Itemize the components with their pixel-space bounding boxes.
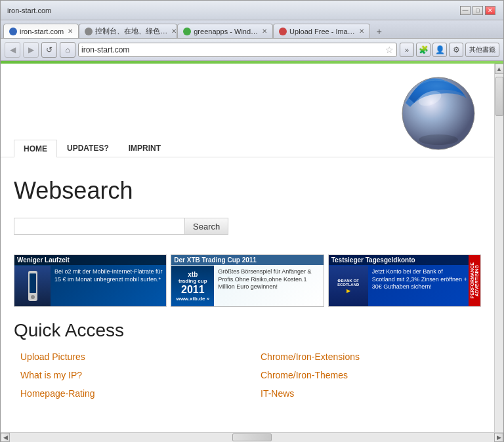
ad-section: Weniger Laufzeit Bei o2 mit der Mobile-I… — [1, 248, 494, 313]
ad-image-xtb: xtb trading cup 2011 www.xtb.de » — [171, 266, 214, 306]
tab-iron-start[interactable]: iron-start.com ✕ — [3, 24, 79, 38]
tab-label-control: 控制台、在地、綠色… — [95, 26, 167, 36]
ad-body-o2: Bei o2 mit der Mobile-Internet-Flatrate … — [14, 266, 166, 306]
refresh-button[interactable]: ↺ — [41, 42, 57, 58]
site-navigation: HOME UPDATES? IMPRINT — [1, 64, 494, 157]
settings-icon[interactable]: ⚙ — [449, 43, 463, 57]
tab-favicon-control — [85, 28, 93, 35]
scroll-up-button[interactable]: ▲ — [495, 64, 504, 74]
tab-favicon-green — [183, 28, 191, 35]
address-input[interactable] — [81, 45, 385, 54]
ad-header-bos: Testsieger Tagesgeldkonto — [329, 255, 469, 265]
minimize-button[interactable]: — — [460, 6, 471, 15]
search-section: Search — [1, 211, 494, 248]
navigation-bar: ◀ ▶ ↺ ⌂ ☆ » 🧩 👤 ⚙ 其他書籤 — [1, 39, 503, 61]
forward-button[interactable]: ▶ — [23, 42, 39, 58]
nav-right-icons: » 🧩 👤 ⚙ 其他書籤 — [400, 43, 499, 57]
search-form: Search — [14, 218, 481, 235]
ad-body-bos: ⊕BANK OF SCOTLAND ▶ Jetzt Konto bei der … — [329, 266, 469, 306]
address-bar-container: ☆ — [78, 43, 397, 57]
bookmark-star-icon[interactable]: ☆ — [385, 45, 394, 55]
quick-links-grid: Upload Pictures Chrome/Iron-Extensions W… — [14, 352, 481, 399]
tab-greenapps[interactable]: greenapps - Wind… ✕ — [177, 24, 273, 38]
ad-body-xtb: xtb trading cup 2011 www.xtb.de » Größte… — [171, 266, 323, 306]
scroll-thumb[interactable] — [495, 77, 503, 116]
quick-link-chrome-extensions[interactable]: Chrome/Iron-Extensions — [261, 352, 474, 362]
tab-favicon-iron — [9, 28, 17, 35]
performance-advertising-label: PERFORMANCE ADVERTISING — [469, 255, 480, 306]
ad-image-bos: ⊕BANK OF SCOTLAND ▶ — [329, 266, 368, 306]
tab-close-iron[interactable]: ✕ — [68, 28, 73, 35]
maximize-button[interactable]: □ — [472, 6, 483, 15]
quick-link-upload-pictures[interactable]: Upload Pictures — [20, 352, 234, 362]
hero-title: Websearch — [14, 177, 133, 205]
bookmarks-bar-label[interactable]: 其他書籤 — [465, 43, 499, 57]
back-button[interactable]: ◀ — [5, 42, 20, 58]
scroll-left-button[interactable]: ◀ — [1, 433, 10, 442]
quick-link-homepage-rating[interactable]: Homepage-Rating — [20, 388, 234, 399]
hero-section: Websearch — [1, 157, 494, 211]
h-scroll-thumb[interactable] — [232, 433, 272, 441]
user-icon[interactable]: 👤 — [432, 43, 447, 57]
home-button[interactable]: ⌂ — [60, 42, 75, 58]
quick-link-it-news[interactable]: IT-News — [261, 388, 474, 399]
scroll-track — [10, 433, 494, 442]
extensions-icon[interactable]: 🧩 — [416, 43, 430, 57]
nav-updates[interactable]: UPDATES? — [57, 139, 119, 157]
svg-point-5 — [31, 295, 35, 299]
ad-text-o2: Bei o2 mit der Mobile-Internet-Flatrate … — [53, 266, 166, 306]
close-button[interactable]: ✕ — [485, 6, 495, 15]
more-tools-button[interactable]: » — [400, 43, 414, 57]
window-title: iron-start.com — [5, 7, 460, 14]
scroll-right-button[interactable]: ▶ — [494, 433, 503, 442]
tab-label-iron: iron-start.com — [20, 28, 64, 35]
tab-close-upload[interactable]: ✕ — [359, 28, 364, 35]
tab-label-upload: Upload Free - Ima… — [289, 28, 355, 35]
svg-rect-4 — [30, 273, 36, 293]
ad-text-bos: Jetzt Konto bei der Bank of Scotland mit… — [371, 266, 469, 306]
ad-header-xtb: Der XTB Trading Cup 2011 — [171, 255, 323, 265]
tab-bar: iron-start.com ✕ 控制台、在地、綠色… ✕ greenapps … — [1, 20, 503, 39]
page-content: HOME UPDATES? IMPRINT — [1, 64, 503, 432]
tab-close-control[interactable]: ✕ — [171, 28, 177, 35]
quick-access-title: Quick Access — [14, 320, 481, 341]
tab-label-green: greenapps - Wind… — [194, 28, 258, 35]
horizontal-scrollbar: ◀ ▶ — [1, 432, 503, 441]
quick-link-chrome-themes[interactable]: Chrome/Iron-Themes — [261, 370, 474, 380]
quick-access-section: Quick Access Upload Pictures Chrome/Iron… — [1, 313, 494, 412]
tab-control[interactable]: 控制台、在地、綠色… ✕ — [79, 24, 177, 38]
tab-close-green[interactable]: ✕ — [262, 28, 267, 35]
ad-text-xtb: Größtes Börsenspiel für Anfänger & Profi… — [217, 266, 323, 306]
nav-home[interactable]: HOME — [14, 140, 57, 157]
ad-banner-o2[interactable]: Weniger Laufzeit Bei o2 mit der Mobile-I… — [14, 254, 167, 307]
ad-banner-bos[interactable]: Testsieger Tagesgeldkonto ⊕BANK OF SCOTL… — [328, 254, 481, 307]
browser-window: iron-start.com — □ ✕ iron-start.com ✕ 控制… — [0, 0, 504, 442]
ad-banner-xtb[interactable]: Der XTB Trading Cup 2011 xtb trading cup… — [171, 254, 324, 307]
tab-favicon-upload — [279, 28, 287, 35]
vertical-scrollbar: ▲ — [494, 64, 503, 432]
ad-header-o2: Weniger Laufzeit — [14, 255, 166, 265]
ad-image-o2 — [14, 266, 51, 306]
search-input[interactable] — [14, 218, 184, 235]
search-button[interactable]: Search — [184, 218, 228, 235]
svg-point-2 — [419, 134, 458, 145]
nav-imprint[interactable]: IMPRINT — [119, 139, 171, 157]
site-logo — [396, 69, 481, 154]
title-bar: iron-start.com — □ ✕ — [1, 1, 503, 20]
window-controls: — □ ✕ — [460, 6, 495, 15]
tab-upload[interactable]: Upload Free - Ima… ✕ — [273, 24, 370, 38]
page-main: HOME UPDATES? IMPRINT — [1, 64, 494, 432]
new-tab-button[interactable]: + — [373, 25, 386, 38]
quick-link-whats-my-ip[interactable]: What is my IP? — [20, 370, 234, 380]
